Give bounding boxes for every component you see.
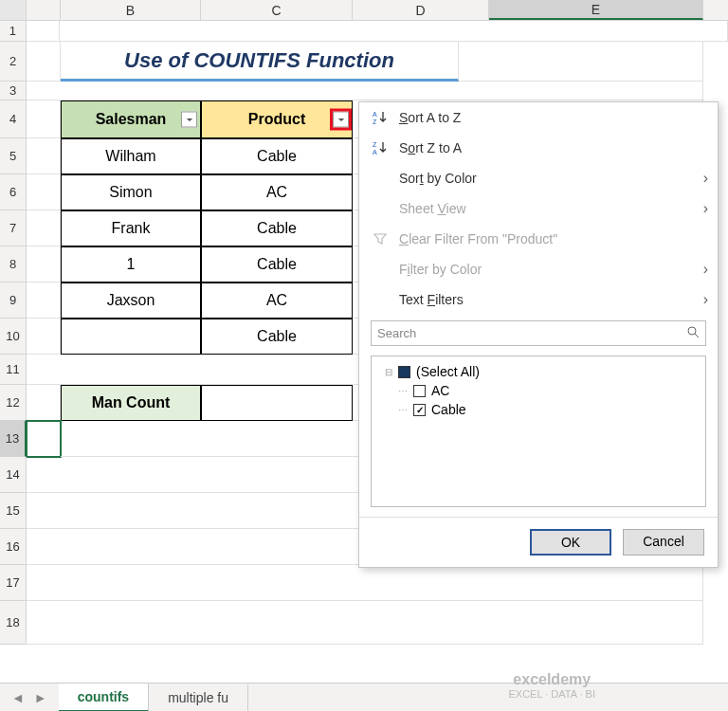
table-cell[interactable] [61,319,201,355]
col-E[interactable]: E [489,0,703,20]
table-cell[interactable]: AC [201,174,353,210]
svg-text:A: A [373,111,377,118]
man-count-value[interactable] [201,385,353,421]
filter-checklist[interactable]: ⊟ (Select All) ⋯ AC ⋯ Cable [371,356,706,507]
tab-multiple[interactable]: multiple fu [149,684,248,711]
table-cell[interactable]: AC [201,283,353,319]
row-10[interactable]: 10 [0,319,27,355]
sheet-tab-bar: ◄► countifs multiple fu [0,683,728,711]
header-salesman[interactable]: Salesman [61,100,201,138]
tab-countifs[interactable]: countifs [59,684,149,712]
col-D[interactable]: D [353,0,489,20]
checkbox-unchecked-icon [413,385,426,397]
check-ac[interactable]: ⋯ AC [379,381,698,400]
row-14[interactable]: 14 [0,457,27,493]
checkbox-partial-icon [398,366,410,378]
row-16[interactable]: 16 [0,529,27,565]
table-cell[interactable]: Cable [201,319,353,355]
row-4[interactable]: 4 [0,100,27,138]
text-filters[interactable]: Text Filters› [359,284,718,315]
check-cable[interactable]: ⋯ Cable [379,400,698,419]
nav-next-icon[interactable]: ► [34,690,47,705]
ok-button[interactable]: OK [530,529,611,556]
row-3[interactable]: 3 [0,82,27,100]
table-cell[interactable]: Cable [201,246,353,283]
cancel-button[interactable]: Cancel [623,529,704,556]
nav-prev-icon[interactable]: ◄ [11,690,25,705]
sort-by-color[interactable]: Sort by Color› [359,163,718,193]
row-15[interactable]: 15 [0,493,27,529]
sheet-view: Sheet View› [359,193,718,224]
filter-search-input[interactable]: Search [371,320,706,346]
filter-dropdown-product[interactable] [333,112,349,128]
col-A[interactable] [27,0,61,20]
table-cell[interactable]: Cable [201,210,353,246]
tab-nav[interactable]: ◄► [0,690,59,705]
svg-text:A: A [373,149,377,155]
row-2[interactable]: 2 [0,42,27,82]
clear-filter-icon [371,229,390,248]
check-select-all[interactable]: ⊟ (Select All) [379,362,698,381]
filter-menu: AZ SSort A to Zort A to Z ZA Sort Z to A… [358,101,719,568]
table-cell[interactable]: Jaxson [61,283,201,319]
table-cell[interactable]: 1 [61,246,201,283]
header-salesman-label: Salesman [96,111,167,128]
table-cell[interactable]: Simon [61,174,201,210]
col-B[interactable]: B [61,0,201,20]
man-count-label[interactable]: Man Count [61,385,201,421]
sort-za-icon: ZA [371,138,390,157]
row-12[interactable]: 12 [0,385,27,421]
filter-by-color: Filter by Color› [359,254,718,284]
row-6[interactable]: 6 [0,174,27,210]
active-cell[interactable] [27,421,61,457]
column-header-row: B C D E [0,0,728,21]
row-9[interactable]: 9 [0,283,27,319]
sort-a-to-z[interactable]: AZ SSort A to Zort A to Z [359,102,718,133]
svg-text:Z: Z [373,141,377,148]
svg-text:Z: Z [373,118,377,125]
row-18[interactable]: 18 [0,601,27,645]
sort-az-icon: AZ [371,108,390,127]
search-placeholder: Search [377,326,416,340]
header-product-label: Product [248,111,305,128]
row-8[interactable]: 8 [0,246,27,283]
clear-filter: Clear Filter From "Product" [359,224,718,254]
row-13[interactable]: 13 [0,421,27,457]
checkbox-checked-icon [413,404,426,416]
header-product[interactable]: Product [201,100,353,138]
table-cell[interactable]: Wilham [61,138,201,174]
row-7[interactable]: 7 [0,210,27,246]
col-C[interactable]: C [201,0,353,20]
row-1[interactable]: 1 [0,21,27,42]
chevron-right-icon: › [703,170,708,187]
filter-dropdown-salesman[interactable] [181,112,197,128]
chevron-right-icon: › [703,200,708,217]
table-cell[interactable]: Cable [201,138,353,174]
table-cell[interactable]: Frank [61,210,201,246]
row-5[interactable]: 5 [0,138,27,174]
title-cell[interactable]: Use of COUNTIFS Function [61,42,459,82]
chevron-right-icon: › [703,261,708,278]
chevron-right-icon: › [703,291,708,308]
row-17[interactable]: 17 [0,565,27,601]
select-all-corner[interactable] [0,0,27,20]
row-11[interactable]: 11 [0,355,27,385]
svg-point-4 [688,327,696,335]
search-icon [686,325,700,341]
sort-z-to-a[interactable]: ZA Sort Z to A [359,133,718,163]
